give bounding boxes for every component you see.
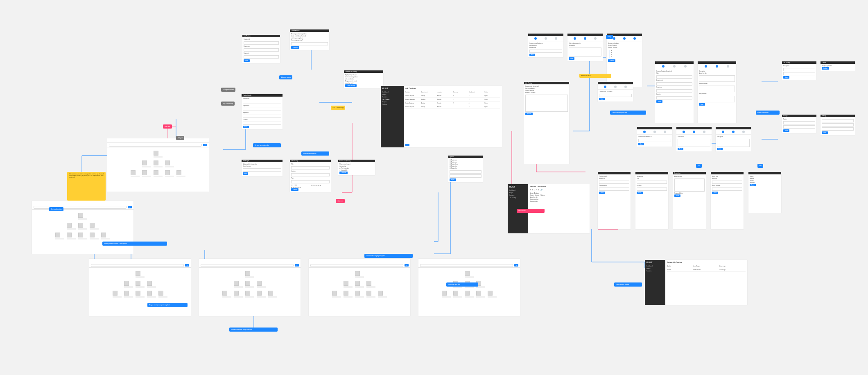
orgchart-browser[interactable]: + [89, 259, 191, 316]
sticky-note[interactable]: Click to add position [49, 207, 63, 211]
input[interactable] [656, 82, 692, 86]
textarea[interactable] [678, 139, 710, 147]
apply-button[interactable]: Apply [450, 178, 456, 181]
sticky-note[interactable]: Ask about posting [279, 75, 292, 79]
table-row[interactable]: Product ManagerProductRemote12Open [405, 98, 500, 102]
save-button[interactable]: Save [674, 194, 680, 197]
url-bar[interactable] [310, 264, 403, 267]
sticky-note[interactable]: note [757, 164, 763, 168]
publish-button[interactable]: Publish [525, 113, 533, 115]
sticky-note[interactable]: Skip if no openings [221, 102, 235, 106]
input[interactable] [656, 89, 692, 93]
textarea[interactable] [717, 139, 750, 147]
input[interactable] [599, 188, 629, 191]
textarea[interactable] [569, 47, 601, 56]
draft-artboard[interactable]: Hiring teamRecruiterHiring managerSave [711, 172, 744, 229]
italic-button[interactable]: I [532, 189, 533, 191]
url-bar[interactable] [91, 264, 184, 267]
textarea[interactable] [699, 96, 735, 102]
table-row[interactable]: Senior DesignerDesignRemote13Open [405, 105, 500, 109]
sticky-note[interactable]: needs review [517, 209, 545, 213]
wizard-screen[interactable]: Review and publish Senior Designer Desig… [607, 34, 642, 87]
wizard-long-form[interactable]: Description About the role Responsibilit… [698, 61, 736, 123]
publish-button[interactable]: Publish [822, 67, 829, 70]
textarea[interactable] [699, 86, 735, 92]
save-button[interactable]: Save [750, 184, 756, 186]
publish-button[interactable]: Publish [608, 59, 615, 62]
wizard-screen[interactable]: Create a new Position in your org chart … [528, 34, 563, 57]
sticky-note[interactable]: Or drag from toolbar [221, 88, 235, 92]
wizard-screen[interactable]: Write a description for this position Ne… [567, 34, 603, 61]
save-button[interactable]: Save [712, 192, 718, 194]
sticky-note[interactable]: alt layout [176, 136, 184, 140]
input[interactable] [638, 139, 671, 142]
add-button[interactable]: Add [243, 172, 248, 175]
sticky-note[interactable]: Open candidate pipeline [614, 282, 642, 287]
publish-button[interactable]: Publish [291, 188, 298, 191]
input[interactable] [291, 42, 328, 45]
applicant-list[interactable]: Create Job Posting AppliedJane Cooper2 d… [665, 260, 747, 305]
input[interactable] [599, 94, 632, 97]
url-bar[interactable] [109, 144, 202, 147]
add-button[interactable]: + [405, 264, 409, 267]
table-row[interactable]: Senior DesignerDesignRemote35Open [405, 94, 500, 98]
table-row[interactable]: Senior DesignerDesignRemote24Open [405, 102, 500, 105]
artboard-side[interactable]: Settings Save [821, 115, 855, 135]
input[interactable] [599, 181, 629, 184]
sticky-note[interactable]: Connector back to job postings list [364, 254, 413, 258]
save-button[interactable]: Save [244, 59, 250, 62]
add-button[interactable]: + [514, 264, 518, 267]
bullet-button[interactable]: • [536, 189, 537, 191]
input[interactable] [712, 181, 742, 184]
artboard-side[interactable]: Job Posting DescriptionSave [782, 61, 816, 80]
save-button[interactable]: Save [783, 129, 789, 132]
input[interactable] [244, 41, 279, 45]
sticky-note[interactable]: Review with team [579, 74, 611, 78]
orgchart-browser[interactable]: + [107, 138, 209, 192]
input[interactable] [243, 108, 281, 111]
sticky-note[interactable]: Tooltip copy goes here [446, 282, 478, 287]
sticky-note[interactable]: TODO: confirm copy [331, 106, 345, 110]
orgchart[interactable] [32, 210, 133, 243]
input[interactable] [529, 50, 562, 53]
draft-artboard[interactable]: Job postingTitleLocationSave [635, 172, 668, 229]
input[interactable] [244, 48, 279, 52]
input[interactable] [291, 166, 330, 169]
wizard-screen[interactable]: DescriptionNext [676, 127, 712, 151]
next-button[interactable]: Next [638, 143, 644, 145]
job-postings-panel[interactable]: Job Postings PositionDepartmentLocationO… [404, 86, 502, 147]
sticky-note[interactable]: note [696, 164, 702, 168]
input[interactable] [243, 122, 281, 125]
add-button[interactable]: + [203, 144, 207, 146]
draft-artboard[interactable]: StagesAppliedScreenInterviewSave [748, 172, 781, 213]
numbered-button[interactable]: 1. [538, 189, 539, 191]
add-button[interactable]: + [128, 206, 132, 208]
sticky-note[interactable]: edge case [336, 199, 345, 203]
sticky-note[interactable]: Show candidate preview [301, 151, 329, 156]
input[interactable] [822, 119, 854, 122]
sticky-note[interactable]: Save draft and return to org chart view [229, 328, 278, 332]
sticky-note[interactable]: On save open posting flow [253, 143, 281, 147]
input[interactable] [656, 75, 692, 79]
orgchart-browser[interactable]: + [32, 201, 133, 254]
next-button[interactable]: Next [529, 54, 535, 56]
input[interactable] [637, 181, 667, 184]
sticky-note[interactable]: Existing position selected — show option… [102, 242, 167, 246]
artboard-job-posting-form[interactable]: Job Posting Title Location Type ★★★★★★★★… [290, 160, 331, 192]
orgchart[interactable] [107, 147, 209, 181]
url-bar[interactable] [34, 206, 127, 209]
continue-button[interactable]: Continue [339, 172, 348, 174]
sidebar-item[interactable]: Settings [381, 103, 404, 106]
artboard-add-people[interactable]: Add People Add people to this position S… [242, 160, 283, 176]
sticky-note[interactable]: Tooltip [606, 35, 613, 39]
list-item[interactable]: AppliedJane Cooper2 days ago [667, 264, 746, 268]
new-posting-button[interactable]: + [405, 144, 409, 146]
draft-artboard[interactable]: DescriptionAbout the roleResponsibilitie… [673, 172, 706, 229]
input[interactable] [783, 125, 815, 129]
sticky-note[interactable]: Publish confirmation [756, 111, 780, 115]
artboard-create-opening[interactable]: Create Job Opening Choose how to post th… [338, 160, 375, 175]
save-button[interactable]: Save [243, 126, 249, 128]
wizard-long-form[interactable]: Create a Position (long form) Title Depa… [655, 61, 694, 123]
link-button[interactable]: 🔗 [540, 189, 542, 191]
input[interactable] [712, 188, 742, 191]
